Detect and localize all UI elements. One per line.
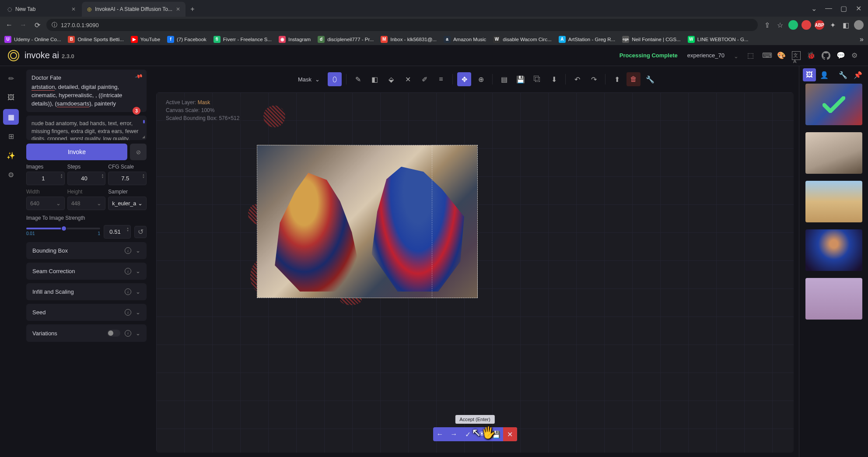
profile-avatar[interactable]: [854, 20, 864, 30]
discord-icon[interactable]: 💬: [836, 51, 845, 60]
gallery-thumbnail[interactable]: [805, 132, 862, 174]
bookmark-item[interactable]: UUdemy - Online Co...: [4, 36, 61, 43]
variations-toggle[interactable]: [107, 330, 120, 337]
images-input[interactable]: 1: [26, 172, 65, 185]
settings-tool[interactable]: 🔧: [643, 72, 657, 86]
scrollbar[interactable]: [143, 120, 145, 123]
keyboard-icon[interactable]: ⌨: [762, 51, 771, 60]
back-icon[interactable]: ←: [4, 20, 14, 30]
browser-tab[interactable]: ◌ New Tab ✕: [2, 2, 81, 17]
info-icon[interactable]: i: [125, 247, 131, 254]
download-tool[interactable]: ⬇: [547, 72, 561, 86]
rail-nodes[interactable]: ⊞: [3, 128, 19, 144]
bookmark-item[interactable]: ◉Instagram: [279, 36, 311, 43]
gallery-thumbnail[interactable]: [805, 84, 862, 125]
accordion-seam-correction[interactable]: Seam Correction i⌄: [26, 263, 147, 280]
eraser-tool[interactable]: ◧: [368, 72, 382, 86]
steps-input[interactable]: 40: [67, 172, 106, 185]
language-icon[interactable]: 文A: [792, 51, 801, 60]
bookmark-item[interactable]: Wdisable Wacom Circ...: [493, 36, 551, 43]
merge-tool[interactable]: ▤: [497, 72, 511, 86]
rail-unified-canvas[interactable]: ▦: [3, 109, 19, 125]
bookmark-item[interactable]: cgsNeil Fontaine | CGS...: [622, 36, 681, 43]
chevron-down-icon[interactable]: ⌄: [808, 2, 820, 14]
model-select[interactable]: experience_70 ⌄: [683, 49, 742, 61]
copy-tool[interactable]: ⿻: [530, 72, 544, 86]
new-tab-button[interactable]: +: [186, 3, 199, 15]
bookmark-item[interactable]: f(7) Facebook: [167, 36, 206, 43]
brush-tool[interactable]: ⬯: [328, 72, 342, 86]
gallery-thumbnail[interactable]: [805, 181, 862, 222]
pencil-tool[interactable]: ✎: [351, 72, 365, 86]
invoke-button[interactable]: Invoke: [26, 144, 127, 160]
rail-img2img[interactable]: 🖼: [3, 90, 19, 105]
bookmark-item[interactable]: fiFiverr - Freelance S...: [214, 36, 272, 43]
sampler-select[interactable]: k_euler_a⌄: [108, 197, 147, 210]
bookmark-item[interactable]: BOnline Sports Betti...: [68, 36, 123, 43]
gallery-pin-icon[interactable]: 📌: [851, 68, 864, 81]
extension-icon[interactable]: [802, 20, 811, 30]
gallery-tab-user[interactable]: 👤: [818, 68, 831, 81]
info-icon[interactable]: i: [125, 268, 131, 274]
rail-postprocess[interactable]: ✨: [3, 148, 19, 163]
upload-tool[interactable]: ⬆: [610, 72, 624, 86]
move-tool[interactable]: ✥: [457, 72, 471, 86]
accordion-seed[interactable]: Seed i⌄: [26, 304, 147, 321]
star-icon[interactable]: ☆: [775, 20, 785, 30]
extensions-icon[interactable]: ✦: [828, 20, 837, 30]
accordion-variations[interactable]: Variations i⌄: [26, 324, 147, 342]
url-input[interactable]: ⓘ 127.0.0.1:9090: [46, 19, 758, 31]
delete-tool[interactable]: 🗑: [626, 72, 640, 86]
bookmark-item[interactable]: MInbox - klk56831@...: [381, 36, 437, 43]
extension-icon[interactable]: [788, 20, 798, 30]
accordion-infill-scaling[interactable]: Infill and Scaling i⌄: [26, 283, 147, 300]
rail-text2img[interactable]: ✏: [3, 70, 19, 86]
canvas-viewport[interactable]: Active Layer: Mask Canvas Scale: 100% Sc…: [156, 92, 794, 453]
color-picker-tool[interactable]: ✐: [417, 72, 431, 86]
bookmark-item[interactable]: aAmazon Music: [444, 36, 486, 43]
cfg-input[interactable]: 7.5: [108, 172, 147, 185]
bookmark-item[interactable]: ddiscipleneil777 - Pr...: [318, 36, 374, 43]
gallery-thumbnail[interactable]: [805, 278, 862, 320]
staging-show-button[interactable]: 👁: [475, 427, 489, 441]
gear-icon[interactable]: ⚙: [851, 51, 860, 60]
maximize-icon[interactable]: ▢: [837, 2, 850, 14]
sidepanel-icon[interactable]: ◧: [841, 20, 850, 30]
minimize-icon[interactable]: —: [822, 2, 835, 14]
bookmarks-overflow[interactable]: »: [860, 35, 864, 43]
reload-icon[interactable]: ⟳: [32, 20, 42, 30]
redo-tool[interactable]: ↷: [587, 72, 601, 86]
reset-view-tool[interactable]: ⊕: [474, 72, 488, 86]
staging-discard-button[interactable]: ✕: [503, 427, 517, 441]
gallery-settings-icon[interactable]: 🔧: [836, 68, 850, 81]
layer-select[interactable]: Mask⌄: [293, 74, 325, 85]
bookmark-item[interactable]: ▶YouTube: [131, 36, 160, 43]
negative-prompt-input[interactable]: nude bad anatomy, bad hands, text, error…: [26, 116, 147, 140]
cube-icon[interactable]: ⬚: [747, 51, 756, 60]
browser-tab-active[interactable]: ◎ InvokeAI - A Stable Diffusion To... ✕: [82, 2, 186, 17]
undo-tool[interactable]: ↶: [570, 72, 584, 86]
save-tool[interactable]: 💾: [514, 72, 528, 86]
reset-button[interactable]: ↺: [134, 226, 147, 238]
close-icon[interactable]: ✕: [71, 6, 76, 12]
staging-next-button[interactable]: →: [447, 427, 461, 441]
gallery-tab-images[interactable]: 🖼: [803, 68, 816, 81]
palette-icon[interactable]: 🎨: [777, 51, 786, 60]
list-tool[interactable]: ≡: [434, 72, 448, 86]
info-icon[interactable]: i: [125, 288, 131, 295]
staging-prev-button[interactable]: ←: [433, 427, 447, 441]
info-icon[interactable]: i: [125, 309, 131, 316]
info-icon[interactable]: i: [125, 330, 131, 337]
fill-tool[interactable]: ⬙: [384, 72, 398, 86]
staging-accept-button[interactable]: ✓: [461, 427, 475, 441]
i2i-strength-slider[interactable]: [26, 228, 100, 229]
staging-save-button[interactable]: 💾: [489, 427, 503, 441]
info-icon[interactable]: ⓘ: [52, 21, 57, 29]
resize-handle-icon[interactable]: ◢: [142, 134, 145, 139]
bookmark-item[interactable]: WLINE WEBTOON - G...: [688, 36, 749, 43]
height-select[interactable]: 448⌄: [67, 197, 106, 210]
width-select[interactable]: 640⌄: [26, 197, 65, 210]
accordion-bounding-box[interactable]: Bounding Box i⌄: [26, 242, 147, 259]
share-icon[interactable]: ⇪: [762, 20, 772, 30]
bug-icon[interactable]: 🐞: [807, 51, 816, 60]
